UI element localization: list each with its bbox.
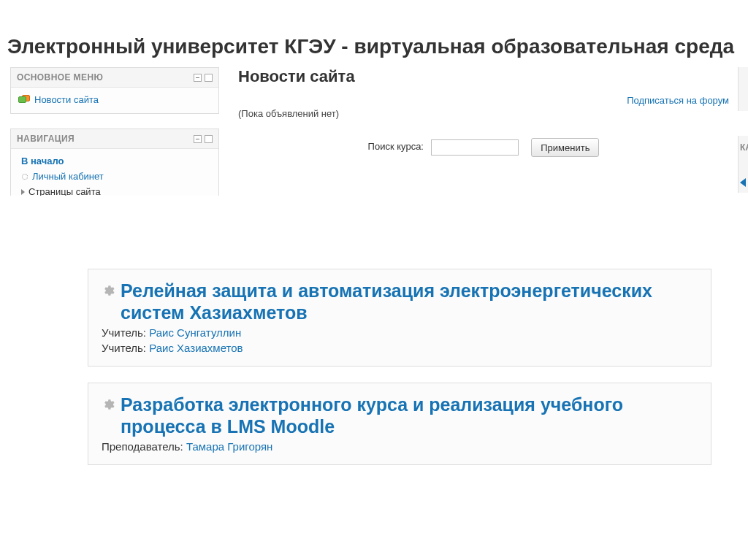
apply-button[interactable]: Применить xyxy=(531,138,599,157)
prev-month-icon[interactable] xyxy=(740,178,746,187)
page-title: Электронный университет КГЭУ - виртуальн… xyxy=(0,0,748,67)
dock-icon[interactable] xyxy=(205,135,213,143)
teacher-line: Учитель: Раис Сунгатуллин xyxy=(102,326,698,339)
teacher-role-label: Учитель: xyxy=(102,342,146,354)
navigation-body: В начало Личный кабинет Страницы сайта xyxy=(11,148,218,196)
block-header-actions xyxy=(194,74,213,82)
nav-list: В начало Личный кабинет Страницы сайта xyxy=(18,153,211,196)
collapse-icon[interactable] xyxy=(194,74,202,82)
nav-home-label: В начало xyxy=(21,156,64,166)
teacher-link[interactable]: Тамара Григорян xyxy=(186,440,272,453)
forum-icon xyxy=(18,95,30,105)
course-title-link[interactable]: Разработка электронного курса и реализац… xyxy=(121,394,698,437)
dock-icon[interactable] xyxy=(205,74,213,82)
collapse-icon[interactable] xyxy=(194,135,202,143)
course-card: Релейная защита и автоматизация электроэ… xyxy=(88,269,711,367)
nav-home[interactable]: В начало xyxy=(18,153,211,169)
calendar-header: КАЛ xyxy=(740,142,748,153)
navigation-block: НАВИГАЦИЯ В начало Личный кабинет xyxy=(10,129,219,196)
bullet-icon xyxy=(21,173,28,180)
course-title-row: Релейная защита и автоматизация электроэ… xyxy=(102,280,698,323)
nav-site-pages[interactable]: Страницы сайта xyxy=(18,184,211,196)
course-search-row: Поиск курса: Применить xyxy=(238,138,729,157)
news-heading: Новости сайта xyxy=(238,67,729,86)
calendar-prev-row xyxy=(740,178,748,187)
block-header-actions xyxy=(194,135,213,143)
teacher-role-label: Учитель: xyxy=(102,326,146,339)
site-news-link[interactable]: Новости сайта xyxy=(34,94,99,105)
gear-icon xyxy=(102,284,115,297)
expand-icon xyxy=(21,189,25,195)
course-title-row: Разработка электронного курса и реализац… xyxy=(102,394,698,437)
courses-list: Релейная защита и автоматизация электроэ… xyxy=(0,269,748,465)
calendar-block-stub: КАЛ xyxy=(738,136,748,193)
top-area: ОСНОВНОЕ МЕНЮ Новости сайта НАВИГАЦИЯ xyxy=(0,67,748,210)
nav-site-pages-label: Страницы сайта xyxy=(28,186,101,196)
main-menu-header: ОСНОВНОЕ МЕНЮ xyxy=(11,68,218,87)
no-announcements: (Пока объявлений нет) xyxy=(238,108,729,119)
left-column: ОСНОВНОЕ МЕНЮ Новости сайта НАВИГАЦИЯ xyxy=(0,67,226,210)
gear-icon xyxy=(102,398,115,411)
right-block-stub-1 xyxy=(738,67,748,111)
subscribe-link[interactable]: Подписаться на форум xyxy=(627,95,729,106)
course-card: Разработка электронного курса и реализац… xyxy=(88,383,711,465)
subscribe-row: Подписаться на форум xyxy=(238,93,729,107)
teacher-link[interactable]: Раис Сунгатуллин xyxy=(149,326,241,339)
navigation-header: НАВИГАЦИЯ xyxy=(11,129,218,148)
teacher-role-label: Преподаватель: xyxy=(102,440,183,453)
navigation-title: НАВИГАЦИЯ xyxy=(17,134,75,144)
teacher-line: Учитель: Раис Хазиахметов xyxy=(102,342,698,354)
main-menu-title: ОСНОВНОЕ МЕНЮ xyxy=(17,72,103,83)
nav-personal-link[interactable]: Личный кабинет xyxy=(32,171,104,182)
course-title-link[interactable]: Релейная защита и автоматизация электроэ… xyxy=(121,280,698,323)
right-column: КАЛ xyxy=(738,67,748,193)
main-menu-body: Новости сайта xyxy=(11,87,218,113)
teacher-link[interactable]: Раис Хазиахметов xyxy=(149,342,243,354)
search-label: Поиск курса: xyxy=(368,141,424,152)
teacher-line: Преподаватель: Тамара Григорян xyxy=(102,440,698,453)
nav-personal[interactable]: Личный кабинет xyxy=(18,169,211,184)
course-search-input[interactable] xyxy=(431,139,519,156)
menu-item-site-news[interactable]: Новости сайта xyxy=(18,92,211,107)
center-column: Новости сайта Подписаться на форум (Пока… xyxy=(226,67,738,157)
main-menu-block: ОСНОВНОЕ МЕНЮ Новости сайта xyxy=(10,67,219,114)
